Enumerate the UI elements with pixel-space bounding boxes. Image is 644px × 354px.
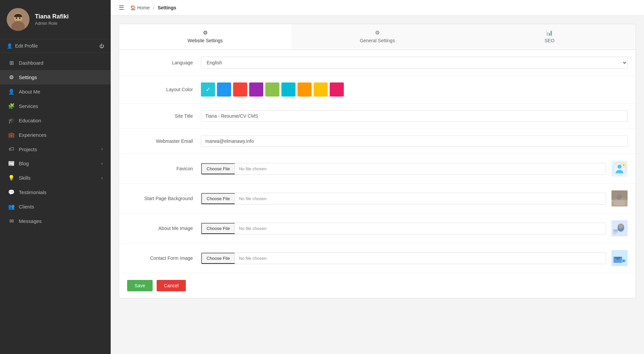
webmaster-email-label: Webmaster Email [127, 138, 201, 144]
favicon-choose-file-button[interactable]: Choose File [201, 163, 235, 174]
sidebar-item-label: Clients [19, 204, 34, 210]
sidebar-item-label: Dashboard [19, 60, 43, 66]
education-icon: 🎓 [8, 117, 15, 124]
start-page-choose-file-button[interactable]: Choose File [201, 193, 235, 204]
svg-point-5 [19, 17, 20, 19]
contact-form-choose-file-button[interactable]: Choose File [201, 253, 235, 264]
about-me-icon: 👤 [8, 88, 15, 95]
sidebar-item-about-me[interactable]: 👤 About Me [0, 84, 111, 99]
about-me-choose-file-button[interactable]: Choose File [201, 223, 235, 234]
color-swatch-7[interactable] [314, 82, 328, 97]
sidebar-item-messages[interactable]: ✉ Messages [0, 214, 111, 228]
sidebar-item-education[interactable]: 🎓 Education [0, 113, 111, 128]
form-actions: Save Cancel [119, 273, 636, 298]
chevron-icon: › [101, 147, 103, 152]
sidebar-item-label: Blog [19, 161, 29, 166]
color-swatches: ✓ [201, 82, 628, 97]
about-me-file-row: Choose File No file chosen [201, 220, 628, 236]
color-swatch-2[interactable] [233, 82, 247, 97]
chevron-icon: › [101, 176, 103, 180]
sidebar-item-dashboard[interactable]: ⊞ Dashboard [0, 56, 111, 70]
tab-website-settings[interactable]: ⚙ Website Settings [119, 24, 291, 50]
sidebar-item-projects[interactable]: 🏷 Projects › [0, 142, 111, 156]
contact-form-file-input-wrap: Choose File No file chosen [201, 252, 606, 264]
webmaster-email-row: Webmaster Email [119, 129, 636, 154]
testimonials-icon: 💬 [8, 189, 15, 195]
site-title-label: Site Title [127, 113, 201, 119]
about-me-image-preview [611, 220, 628, 236]
projects-icon: 🏷 [8, 146, 15, 152]
language-select[interactable]: English Arabic French Spanish [201, 57, 628, 69]
color-swatch-1[interactable] [217, 82, 231, 97]
user-role: Admin Role [35, 21, 69, 26]
site-title-row: Site Title [119, 104, 636, 129]
color-swatch-8[interactable] [330, 82, 344, 97]
cancel-button[interactable]: Cancel [157, 280, 186, 291]
edit-profile-label: Edit Profile [15, 43, 38, 49]
sidebar-item-settings[interactable]: ⚙ Settings [0, 70, 111, 84]
services-icon: 🧩 [8, 103, 15, 109]
hamburger-icon[interactable]: ☰ [119, 4, 124, 11]
contact-form-file-row: Choose File No file chosen [201, 250, 628, 266]
favicon-file-name: No file chosen [235, 164, 270, 174]
sidebar-item-label: About Me [19, 89, 40, 95]
start-page-file-row: Choose File No file chosen [201, 190, 628, 206]
contact-form-image-preview [611, 250, 628, 266]
nav-menu: ⊞ Dashboard ⚙ Settings 👤 About Me 🧩 Serv… [0, 53, 111, 231]
tab-general-settings-label: General Settings [360, 38, 395, 43]
svg-point-16 [619, 224, 623, 229]
breadcrumb-separator: / [153, 5, 154, 10]
color-swatch-3[interactable] [249, 82, 263, 97]
start-page-background-row: Start Page Background Choose File No fil… [119, 184, 636, 214]
seo-icon: 📊 [546, 30, 553, 36]
color-swatch-5[interactable] [281, 82, 296, 97]
start-page-background-label: Start Page Background [127, 196, 201, 201]
svg-rect-17 [613, 230, 619, 231]
sidebar-item-blog[interactable]: 📰 Blog › [0, 156, 111, 171]
tab-seo[interactable]: 📊 SEO [464, 24, 636, 50]
skills-icon: 💡 [8, 175, 15, 181]
settings-icon: ⚙ [8, 74, 15, 80]
sidebar-item-experiences[interactable]: 💼 Experiences [0, 128, 111, 142]
svg-text:⚙: ⚙ [623, 164, 625, 167]
save-button[interactable]: Save [127, 280, 153, 291]
layout-color-row: Layout Color ✓ [119, 76, 636, 104]
contact-form-image-control: Choose File No file chosen [201, 250, 628, 266]
sidebar-item-services[interactable]: 🧩 Services [0, 99, 111, 113]
color-swatch-4[interactable] [265, 82, 279, 97]
settings-card: ⚙ Website Settings ⚙ General Settings 📊 … [119, 24, 636, 298]
sidebar-item-testimonials[interactable]: 💬 Testimonials [0, 185, 111, 199]
site-title-input[interactable] [201, 110, 628, 122]
tab-general-settings[interactable]: ⚙ General Settings [291, 24, 463, 50]
dashboard-icon: ⊞ [8, 60, 15, 66]
topbar: ☰ 🏠 Home / Settings [111, 0, 644, 16]
language-label: Language [127, 60, 201, 65]
main: ☰ 🏠 Home / Settings ⚙ Website Settings ⚙… [111, 0, 644, 354]
form-body: Language English Arabic French Spanish L… [119, 50, 636, 298]
about-me-image-label: About Me Image [127, 226, 201, 231]
sidebar-item-clients[interactable]: 👥 Clients [0, 199, 111, 214]
edit-profile-bar[interactable]: 👤 Edit Profile ⏻ [0, 39, 111, 53]
user-icon: 👤 [7, 43, 12, 49]
svg-rect-19 [613, 233, 616, 234]
language-control: English Arabic French Spanish [201, 57, 628, 69]
clients-icon: 👥 [8, 203, 15, 210]
sidebar-item-label: Education [19, 118, 41, 123]
tab-seo-label: SEO [545, 38, 555, 43]
color-swatch-6[interactable] [298, 82, 312, 97]
about-me-image-control: Choose File No file chosen [201, 220, 628, 236]
color-swatch-0[interactable]: ✓ [201, 82, 215, 97]
webmaster-email-input[interactable] [201, 135, 628, 147]
svg-point-4 [16, 17, 17, 19]
content-area: ⚙ Website Settings ⚙ General Settings 📊 … [111, 16, 644, 354]
sidebar-item-label: Projects [19, 146, 37, 152]
chevron-icon: › [101, 161, 103, 166]
sidebar-item-skills[interactable]: 💡 Skills › [0, 171, 111, 185]
website-settings-icon: ⚙ [203, 30, 208, 36]
messages-icon: ✉ [8, 218, 15, 224]
breadcrumb-current: Settings [158, 5, 176, 10]
svg-point-7 [618, 165, 622, 169]
power-icon[interactable]: ⏻ [99, 43, 104, 49]
breadcrumb-home[interactable]: 🏠 Home [130, 5, 150, 10]
layout-color-label: Layout Color [127, 87, 201, 92]
